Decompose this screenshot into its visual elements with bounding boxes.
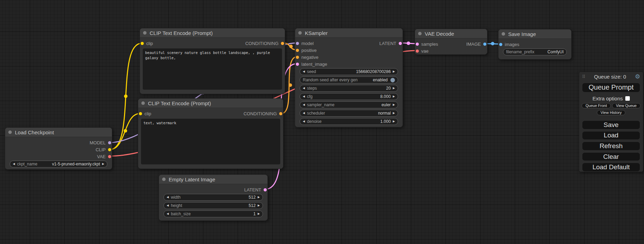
widget-steps[interactable]: ◀steps20▶	[300, 85, 398, 92]
widget-left-arrow-icon[interactable]: ◀	[167, 213, 169, 215]
queue-prompt-button[interactable]: Queue Prompt	[582, 83, 640, 93]
save-button[interactable]: Save	[582, 120, 640, 129]
widget-right-arrow-icon[interactable]: ▶	[258, 213, 260, 215]
load-button[interactable]: Load	[582, 131, 640, 140]
widget-right-arrow-icon[interactable]: ▶	[393, 103, 395, 106]
widget-cfg[interactable]: ◀cfg8.000▶	[300, 93, 398, 100]
widget-left-arrow-icon[interactable]: ◀	[167, 196, 169, 199]
slot-label: LATENT	[379, 41, 396, 46]
clear-button[interactable]: Clear	[582, 152, 640, 161]
widget-batch-size[interactable]: ◀batch_size1▶	[164, 210, 263, 217]
widget-left-arrow-icon[interactable]: ◀	[303, 112, 305, 115]
widget-left-arrow-icon[interactable]: ◀	[303, 95, 305, 98]
output-slot-CONDITIONING[interactable]: CONDITIONING	[245, 40, 284, 46]
output-slot-MODEL[interactable]: MODEL	[90, 139, 111, 146]
node-save-image[interactable]: Save Imageimagesfilename_prefixComfyUI	[498, 29, 572, 60]
widget-left-arrow-icon[interactable]: ◀	[167, 204, 169, 207]
widget-left-arrow-icon[interactable]: ◀	[303, 87, 305, 90]
slot-dot-icon[interactable]	[296, 42, 299, 45]
node-load-checkpoint[interactable]: Load CheckpointMODELCLIPVAE◀ckpt_namev1-…	[5, 127, 112, 170]
input-slot-clip[interactable]: clip	[139, 110, 151, 117]
node-title-bar[interactable]: Empty Latent Image	[159, 175, 267, 184]
node-title-bar[interactable]: VAE Decode	[415, 29, 487, 38]
slot-dot-icon[interactable]	[141, 42, 144, 45]
slot-dot-icon[interactable]	[296, 56, 299, 59]
widget-scheduler[interactable]: ◀schedulernormal▶	[300, 110, 398, 117]
widget-random-seed-after-every-gen[interactable]: Random seed after every genenabled	[300, 76, 398, 83]
drag-handle-icon[interactable]: ⠿	[582, 74, 585, 79]
slot-dot-icon[interactable]	[416, 43, 419, 46]
input-slot-positive[interactable]: positive	[296, 47, 317, 53]
slot-dot-icon[interactable]	[399, 42, 402, 45]
menu-header: ⠿ Queue size: 0 ⚙	[579, 72, 643, 81]
widget-right-arrow-icon[interactable]: ▶	[393, 95, 395, 98]
slot-dot-icon[interactable]	[279, 112, 282, 115]
load-default-button[interactable]: Load Default	[582, 163, 640, 172]
widget-right-arrow-icon[interactable]: ▶	[393, 87, 395, 90]
input-slot-samples[interactable]: samples	[416, 41, 438, 47]
view-history-button[interactable]: View History	[597, 110, 626, 115]
widget-width[interactable]: ◀width512▶	[164, 194, 263, 201]
widget-right-arrow-icon[interactable]: ▶	[102, 163, 104, 165]
node-vae-decode[interactable]: VAE DecodesamplesvaeIMAGE	[415, 29, 487, 55]
node-title-bar[interactable]: Load Checkpoint	[5, 128, 112, 137]
view-queue-button[interactable]: View Queue	[612, 103, 641, 108]
slot-dot-icon[interactable]	[296, 49, 299, 52]
output-slot-VAE[interactable]: VAE	[97, 153, 111, 160]
node-title-bar[interactable]: CLIP Text Encode (Prompt)	[140, 28, 285, 38]
slot-dot-icon[interactable]	[499, 43, 502, 46]
slot-dot-icon[interactable]	[108, 141, 111, 144]
node-clip-text-encode-positive[interactable]: CLIP Text Encode (Prompt)clipCONDITIONIN…	[140, 28, 285, 94]
widget-right-arrow-icon[interactable]: ▶	[393, 70, 395, 73]
settings-gear-icon[interactable]: ⚙	[635, 74, 640, 80]
toggle-dot-icon[interactable]	[390, 78, 395, 82]
widget-right-arrow-icon[interactable]: ▶	[258, 196, 260, 199]
output-slot-IMAGE[interactable]: IMAGE	[466, 41, 486, 47]
node-title-bar[interactable]: Save Image	[499, 29, 571, 39]
node-clip-text-encode-negative[interactable]: CLIP Text Encode (Prompt)clipCONDITIONIN…	[138, 98, 283, 169]
slot-dot-icon[interactable]	[296, 63, 299, 66]
output-slot-CONDITIONING[interactable]: CONDITIONING	[244, 110, 282, 117]
node-title-bar[interactable]: CLIP Text Encode (Prompt)	[138, 99, 283, 108]
slot-label: LATENT	[244, 187, 261, 192]
widget-denoise[interactable]: ◀denoise1.000▶	[300, 118, 398, 125]
graph-canvas[interactable]: Load CheckpointMODELCLIPVAE◀ckpt_namev1-…	[0, 0, 644, 244]
slot-dot-icon[interactable]	[108, 155, 111, 158]
node-empty-latent-image[interactable]: Empty Latent ImageLATENT◀width512▶◀heigh…	[159, 174, 268, 221]
input-slot-negative[interactable]: negative	[296, 54, 318, 60]
widget-seed[interactable]: ◀seed156680208700286▶	[300, 68, 398, 75]
widget-sampler-name[interactable]: ◀sampler_nameeuler▶	[300, 101, 398, 108]
prompt-textarea[interactable]: text, watermark	[141, 119, 280, 164]
input-slot-images[interactable]: images	[499, 41, 519, 47]
slot-label: negative	[301, 55, 318, 60]
widget-left-arrow-icon[interactable]: ◀	[303, 103, 305, 106]
widget-filename-prefix[interactable]: filename_prefixComfyUI	[503, 48, 567, 55]
widget-right-arrow-icon[interactable]: ▶	[393, 120, 395, 123]
slot-dot-icon[interactable]	[264, 188, 267, 191]
refresh-button[interactable]: Refresh	[582, 142, 640, 151]
widget-right-arrow-icon[interactable]: ▶	[258, 204, 260, 207]
widget-left-arrow-icon[interactable]: ◀	[303, 120, 305, 123]
prompt-textarea[interactable]: beautiful scenery nature glass bottle la…	[143, 48, 282, 90]
input-slot-latent_image[interactable]: latent_image	[296, 61, 327, 67]
node-ksampler[interactable]: KSamplermodelpositivenegativelatent_imag…	[295, 28, 403, 127]
slot-dot-icon[interactable]	[108, 148, 111, 151]
slot-dot-icon[interactable]	[281, 42, 284, 45]
extra-options-checkbox[interactable]	[625, 96, 630, 101]
widget-right-arrow-icon[interactable]: ▶	[393, 112, 395, 115]
input-slot-vae[interactable]: vae	[416, 48, 429, 54]
output-slot-LATENT[interactable]: LATENT	[379, 40, 402, 46]
widget-left-arrow-icon[interactable]: ◀	[303, 70, 305, 73]
slot-dot-icon[interactable]	[139, 112, 142, 115]
slot-dot-icon[interactable]	[416, 49, 419, 53]
input-slot-clip[interactable]: clip	[141, 40, 153, 46]
node-title-bar[interactable]: KSampler	[295, 28, 403, 38]
output-slot-LATENT[interactable]: LATENT	[244, 187, 267, 193]
widget-ckpt-name[interactable]: ◀ckpt_namev1-5-pruned-emaonly.ckpt▶	[10, 161, 107, 168]
queue-front-button[interactable]: Queue Front	[582, 103, 611, 108]
input-slot-model[interactable]: model	[296, 40, 314, 46]
widget-left-arrow-icon[interactable]: ◀	[13, 163, 15, 165]
slot-dot-icon[interactable]	[483, 43, 486, 46]
widget-height[interactable]: ◀height512▶	[164, 202, 263, 209]
output-slot-CLIP[interactable]: CLIP	[96, 146, 111, 153]
